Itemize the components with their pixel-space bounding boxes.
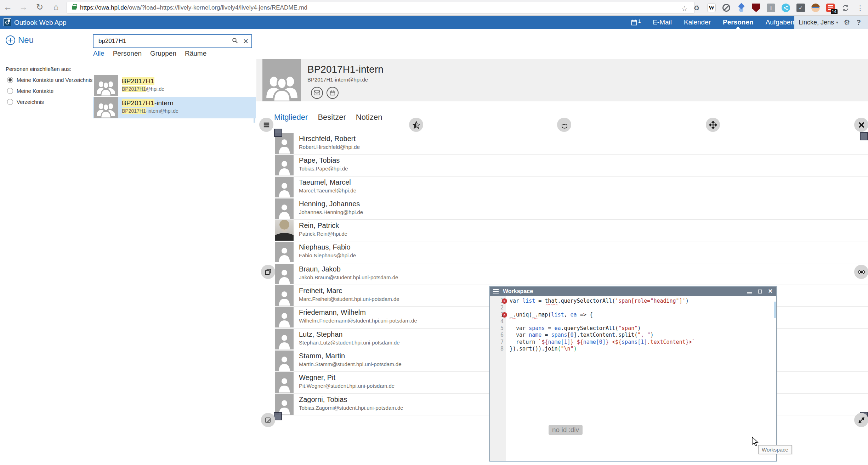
- member-avatar: [275, 264, 294, 284]
- search-input[interactable]: [93, 38, 229, 45]
- nav-email[interactable]: E-Mail: [653, 18, 672, 26]
- scope-radio-option[interactable]: Meine Kontakte und Verzeichnis: [7, 74, 92, 85]
- halo-grab-hand-icon[interactable]: [557, 118, 571, 132]
- tab-personen[interactable]: Personen: [113, 50, 142, 57]
- send-mail-button[interactable]: [311, 87, 323, 99]
- line-number: 1×: [490, 298, 506, 304]
- radio-icon[interactable]: [7, 77, 13, 83]
- plus-circle-icon: [6, 35, 15, 45]
- help-icon[interactable]: ?: [857, 18, 861, 27]
- reminder-icon[interactable]: 1: [631, 19, 641, 26]
- bookmark-star-icon[interactable]: ☆: [681, 5, 688, 13]
- member-row[interactable]: Niephaus, Fabio Fabio.Niephaus@hpi.de: [275, 241, 868, 263]
- workspace-editor[interactable]: 1× var list = that.querySelectorAll('spa…: [490, 296, 776, 461]
- tab-alle[interactable]: Alle: [93, 50, 104, 57]
- member-name: Braun, Jakob: [299, 265, 341, 273]
- code-line[interactable]: 3×+ _.uniq(_.map(list, ea => {: [490, 312, 776, 318]
- new-button[interactable]: Neu: [6, 35, 34, 45]
- inbox-icon[interactable]: ✓: [796, 3, 806, 13]
- nav-kalender[interactable]: Kalender: [684, 18, 711, 26]
- member-row[interactable]: Taeumel, Marcel Marcel.Taeumel@hpi.de: [275, 177, 868, 198]
- tab-mitglieder[interactable]: Mitglieder: [274, 113, 308, 122]
- member-row[interactable]: Rein, Patrick Patrick.Rein@hpi.de: [275, 220, 868, 241]
- pane-divider: [256, 59, 256, 465]
- halo-grabber-top-left[interactable]: [274, 129, 282, 137]
- face-icon[interactable]: [811, 3, 821, 13]
- code-line[interactable]: 6 var name = spans[0].textContent.split(…: [490, 332, 776, 338]
- wikipedia-icon[interactable]: W: [707, 3, 716, 13]
- member-row[interactable]: Pape, Tobias Tobias.Pape@hpi.de: [275, 155, 868, 176]
- nav-personen[interactable]: Personen: [723, 18, 754, 26]
- pointer-icon[interactable]: [736, 3, 746, 13]
- error-annotation-icon[interactable]: ×+: [502, 312, 507, 318]
- close-button[interactable]: ✕: [768, 288, 773, 294]
- clear-search-icon[interactable]: ✕: [240, 37, 251, 45]
- back-icon[interactable]: ←: [2, 2, 13, 12]
- search-icon[interactable]: [229, 37, 240, 45]
- member-row[interactable]: Braun, Jakob Jakob.Braun@student.hpi.uni…: [275, 263, 868, 285]
- ublock-icon[interactable]: [751, 3, 761, 13]
- member-email: Marcel.Taeumel@hpi.de: [299, 187, 356, 194]
- member-row[interactable]: Henning, Johannes Johannes.Henning@hpi.d…: [275, 198, 868, 220]
- user-section: Lincke, Jens ▾ ⚙ ?: [794, 16, 868, 29]
- window-menu-icon[interactable]: [493, 289, 499, 293]
- radio-label: Meine Kontakte: [17, 88, 53, 94]
- halo-edit-icon[interactable]: [261, 413, 275, 427]
- member-avatar: [275, 198, 294, 219]
- code-line[interactable]: 8 }).sort()).join("\n"): [490, 346, 776, 352]
- code-line[interactable]: 4: [490, 318, 776, 325]
- error-annotation-icon[interactable]: ×: [502, 298, 507, 304]
- halo-menu-icon[interactable]: [259, 118, 273, 132]
- forward-icon[interactable]: →: [18, 2, 29, 12]
- scope-radio-option[interactable]: Meine Kontakte: [7, 85, 92, 96]
- sync-icon[interactable]: [840, 3, 850, 13]
- halo-grabber-top-right[interactable]: [860, 132, 868, 140]
- blocker-icon[interactable]: [721, 3, 731, 13]
- code-line[interactable]: 5 var spans = ea.querySelectorAll("span"…: [490, 325, 776, 332]
- workspace-titlebar[interactable]: Workspace ✕: [490, 287, 776, 296]
- tab-notizen[interactable]: Notizen: [356, 113, 382, 122]
- info-icon[interactable]: I: [766, 3, 776, 13]
- reload-icon[interactable]: ↻: [34, 2, 45, 12]
- tab-besitzer[interactable]: Besitzer: [318, 113, 346, 122]
- halo-move-icon[interactable]: [706, 118, 720, 132]
- code-line[interactable]: 7 return `${name[1]} ${name[0]} <${spans…: [490, 339, 776, 346]
- radio-icon[interactable]: [7, 88, 13, 94]
- user-menu[interactable]: Lincke, Jens: [799, 19, 834, 26]
- recycle-icon[interactable]: ♻: [692, 3, 702, 13]
- maximize-button[interactable]: [758, 290, 762, 293]
- home-icon[interactable]: ⌂: [50, 2, 62, 12]
- member-email: Martin.Stamm@student.hpi.uni-potsdam.de: [299, 361, 402, 367]
- result-email: BP2017H1@hpi.de: [122, 86, 164, 92]
- address-bar[interactable]: https://owa.hpi.de/owa/?load=https://liv…: [67, 2, 694, 13]
- halo-star-icon[interactable]: [409, 118, 423, 132]
- nav-aufgaben[interactable]: Aufgaben: [766, 18, 794, 26]
- owa-logo[interactable]: [4, 18, 11, 26]
- tab-raeume[interactable]: Räume: [185, 50, 206, 57]
- code-line[interactable]: 2: [490, 304, 776, 311]
- search-result-row[interactable]: BP2017H1-intern BP2017H1-intern@hpi.de: [93, 97, 256, 118]
- halo-resize-icon[interactable]: [854, 413, 868, 427]
- member-avatar: [275, 155, 294, 175]
- search-result-row[interactable]: BP2017H1 BP2017H1@hpi.de: [93, 75, 256, 96]
- halo-close-icon[interactable]: [854, 118, 868, 132]
- member-name: Niephaus, Fabio: [299, 243, 351, 251]
- halo-inspect-eye-icon[interactable]: [854, 265, 868, 279]
- member-name: Friedemann, Wilhelm: [299, 308, 366, 316]
- editor-scrollbar[interactable]: [774, 302, 776, 318]
- menu-dots-icon[interactable]: ⋮: [855, 3, 865, 13]
- radio-icon[interactable]: [7, 99, 13, 105]
- todoist-icon[interactable]: 14: [826, 3, 835, 13]
- code-area[interactable]: 1× var list = that.querySelectorAll('spa…: [490, 296, 776, 352]
- share-icon[interactable]: [781, 3, 791, 13]
- member-row[interactable]: Hirschfeld, Robert Robert.Hirschfeld@hpi…: [275, 133, 868, 155]
- tab-gruppen[interactable]: Gruppen: [150, 50, 176, 57]
- settings-gear-icon[interactable]: ⚙: [844, 18, 850, 27]
- halo-copy-icon[interactable]: [261, 265, 275, 279]
- scope-radio-option[interactable]: Verzeichnis: [7, 96, 92, 107]
- member-email: Marc.Freiheit@student.hpi.uni-potsdam.de: [299, 296, 399, 302]
- minimize-button[interactable]: [747, 292, 752, 293]
- schedule-meeting-button[interactable]: [327, 87, 339, 99]
- code-line[interactable]: 1× var list = that.querySelectorAll('spa…: [490, 298, 776, 304]
- app-title: Outlook Web App: [14, 19, 67, 27]
